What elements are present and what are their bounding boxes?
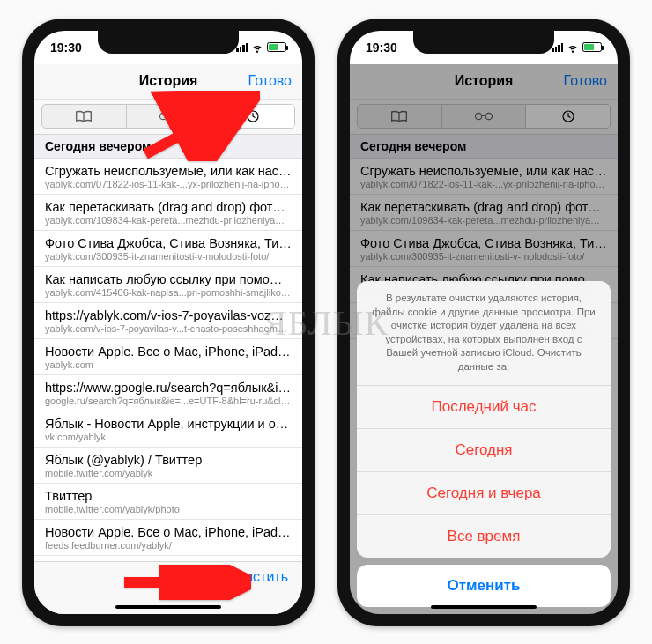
sheet-option-all[interactable]: Все время bbox=[357, 515, 611, 558]
history-url: yablyk.com/300935-it-znamenitosti-v-molo… bbox=[45, 251, 292, 262]
notch bbox=[413, 31, 554, 54]
status-time: 19:30 bbox=[50, 41, 82, 55]
history-row[interactable]: Как написать любую ссылку при помощи см.… bbox=[34, 267, 302, 303]
history-row[interactable]: Яблык (@yablyk) / Твиттерmobile.twitter.… bbox=[34, 448, 302, 484]
sheet-option-last-hour[interactable]: Последний час bbox=[357, 386, 611, 429]
history-url: mobile.twitter.com/yablyk bbox=[45, 468, 292, 478]
history-title: Фото Стива Джобса, Стива Возняка, Тима К… bbox=[45, 236, 292, 250]
history-row[interactable]: Новости Apple. Все о Mac, iPhone, iPad, … bbox=[34, 339, 302, 375]
history-title: https://www.google.ru/search?q=яблык&ie=… bbox=[45, 381, 292, 395]
history-title: Твиттер bbox=[45, 489, 292, 503]
history-url: yablyk.com/071822-ios-11-kak-...yx-prilo… bbox=[45, 179, 292, 189]
history-url: yablyk.com/109834-kak-pereta...mezhdu-pr… bbox=[45, 215, 292, 226]
phone-right: 19:30 История Готово bbox=[337, 19, 630, 626]
history-row[interactable]: Как перетаскивать (drag and drop) фото, … bbox=[34, 195, 302, 231]
battery-icon bbox=[582, 42, 602, 52]
history-row[interactable]: https://yablyk.com/v-ios-7-poyavilas-voz… bbox=[34, 303, 302, 339]
sheet-option-today[interactable]: Сегодня bbox=[357, 429, 611, 472]
history-title: https://yablyk.com/v-ios-7-poyavilas-voz… bbox=[45, 308, 292, 322]
history-list[interactable]: Сгружать неиспользуемые, или как настрои… bbox=[34, 159, 302, 561]
notch bbox=[98, 31, 239, 54]
action-sheet: В результате очистки удаляются история, … bbox=[350, 281, 618, 613]
history-url: yablyk.com/415406-kak-napisa...pri-pomos… bbox=[45, 287, 292, 298]
done-button[interactable]: Готово bbox=[248, 73, 292, 89]
phone-left: 19:30 История Готово bbox=[22, 19, 315, 626]
tab-bookmarks[interactable] bbox=[42, 105, 127, 128]
history-row[interactable]: Фото Стива Джобса, Стива Возняка, Тима К… bbox=[34, 231, 302, 267]
history-url: google.ru/search?q=яблык&ie=...e=UTF-8&h… bbox=[45, 396, 292, 406]
screen: 19:30 История Готово bbox=[350, 31, 618, 614]
history-row[interactable]: https://www.google.ru/search?q=яблык&ie=… bbox=[34, 375, 302, 411]
history-row[interactable]: Твиттерmobile.twitter.com/yablyk/photo bbox=[34, 484, 302, 520]
history-title: Новости Apple. Все о Mac, iPhone, iPad, … bbox=[45, 525, 292, 539]
home-indicator bbox=[431, 605, 537, 609]
status-right bbox=[236, 42, 286, 52]
history-title: Как написать любую ссылку при помощи см.… bbox=[45, 272, 292, 286]
status-time: 19:30 bbox=[366, 41, 397, 55]
sheet-cancel-button[interactable]: Отменить bbox=[357, 565, 611, 607]
history-title: Как перетаскивать (drag and drop) фото, … bbox=[45, 200, 292, 214]
history-url: feeds.feedburner.com/yablyk/ bbox=[45, 540, 292, 551]
book-icon bbox=[75, 109, 93, 123]
history-url: vk.com/yablyk bbox=[45, 432, 292, 442]
history-url: yablyk.com/v-ios-7-poyavilas-v...t-chast… bbox=[45, 323, 292, 334]
history-row[interactable]: Сгружать неиспользуемые, или как настрои… bbox=[34, 159, 302, 195]
sheet-option-today-yesterday[interactable]: Сегодня и вчера bbox=[357, 472, 611, 515]
history-title: Яблык - Новости Apple, инструкции и обзо… bbox=[45, 417, 292, 431]
page-title: История bbox=[139, 73, 198, 89]
history-title: Яблык (@yablyk) / Твиттер bbox=[45, 453, 292, 467]
arrow-annotation bbox=[119, 565, 251, 600]
status-right bbox=[552, 42, 602, 52]
home-indicator bbox=[115, 605, 221, 609]
history-title: Новости Apple. Все о Mac, iPhone, iPad, … bbox=[45, 344, 292, 359]
history-row[interactable]: Новости Apple. Все о Mac, iPhone, iPad, … bbox=[34, 520, 302, 556]
history-url: yablyk.com bbox=[45, 359, 292, 370]
wifi-icon bbox=[251, 43, 263, 52]
battery-icon bbox=[267, 42, 286, 52]
history-url: mobile.twitter.com/yablyk/photo bbox=[45, 504, 292, 514]
history-title: Сгружать неиспользуемые, или как настрои… bbox=[45, 164, 292, 178]
sheet-message: В результате очистки удаляются история, … bbox=[357, 281, 611, 385]
wifi-icon bbox=[567, 43, 579, 52]
arrow-annotation bbox=[137, 91, 260, 161]
history-row[interactable]: Яблык - Новости Apple, инструкции и обзо… bbox=[34, 411, 302, 448]
